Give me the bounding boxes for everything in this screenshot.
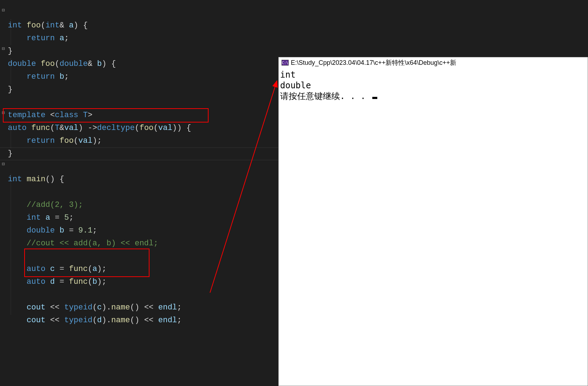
console-titlebar[interactable]: C:\ E:\Study_Cpp\2023.04\04.17\c++新特性\x6… xyxy=(279,57,588,68)
console-title: E:\Study_Cpp\2023.04\04.17\c++新特性\x64\De… xyxy=(291,58,456,67)
fold-toggle[interactable]: ⊟ xyxy=(2,7,5,13)
cursor-icon xyxy=(372,97,377,99)
keyword-return: return xyxy=(27,34,55,43)
console-line: 请按任意键继续. . . xyxy=(280,91,586,101)
fold-toggle[interactable]: ⊟ xyxy=(2,46,5,52)
keyword-typeid: typeid xyxy=(64,303,92,312)
function-func: func xyxy=(31,124,50,132)
console-window[interactable]: C:\ E:\Study_Cpp\2023.04\04.17\c++新特性\x6… xyxy=(278,57,588,386)
keyword-template: template xyxy=(8,111,46,120)
fold-toggle[interactable]: ⊞ xyxy=(2,110,5,116)
function-foo: foo xyxy=(27,21,41,30)
console-line: double xyxy=(280,80,586,91)
keyword-decltype: decltype xyxy=(97,124,135,132)
keyword-int: int xyxy=(8,21,22,30)
console-line: int xyxy=(280,69,586,80)
console-output[interactable]: int double 请按任意键继续. . . xyxy=(279,68,588,103)
comment: //add(2, 3); xyxy=(27,200,83,209)
console-icon: C:\ xyxy=(282,60,289,66)
keyword-double: double xyxy=(8,59,36,68)
function-main: main xyxy=(27,175,46,184)
fold-toggle[interactable]: ⊟ xyxy=(2,161,5,167)
